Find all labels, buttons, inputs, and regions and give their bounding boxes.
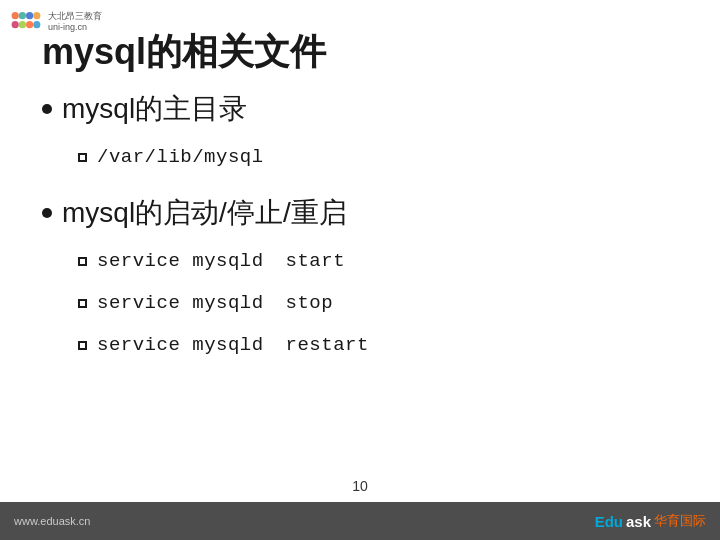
svg-point-6: [26, 21, 33, 28]
page-number: 10: [352, 478, 368, 494]
sub-bullet-stop: [78, 299, 87, 308]
section-main-dir: mysql的主目录 /var/lib/mysql: [42, 90, 678, 176]
sub-item-stop: service mysqld stop: [78, 284, 678, 322]
sub-item-start-text: service mysqld start: [97, 250, 346, 272]
sub-item-path: /var/lib/mysql: [78, 138, 678, 176]
footer-logo-ask: ask: [626, 513, 651, 530]
cmd-stop: stop: [286, 292, 346, 314]
bullet-main-1: mysql的主目录: [42, 90, 678, 128]
cmd-restart: restart: [286, 334, 369, 356]
svg-point-2: [26, 12, 33, 19]
sub-item-start: service mysqld start: [78, 242, 678, 280]
sub-bullet-1: [78, 153, 87, 162]
svg-point-1: [19, 12, 26, 19]
footer: www.eduask.cn Edu ask 华育国际: [0, 502, 720, 540]
cmd-service-3: service: [97, 334, 180, 356]
bullet-dot-2: [42, 208, 52, 218]
sub-bullet-restart: [78, 341, 87, 350]
section-2-heading: mysql的启动/停止/重启: [62, 194, 347, 232]
cmd-mysqld-2: mysqld: [192, 292, 263, 314]
section-1-heading: mysql的主目录: [62, 90, 247, 128]
footer-url: www.eduask.cn: [14, 515, 90, 527]
bullet-main-2: mysql的启动/停止/重启: [42, 194, 678, 232]
svg-point-5: [19, 21, 26, 28]
footer-logo: Edu ask 华育国际: [595, 512, 706, 530]
svg-point-7: [33, 21, 40, 28]
svg-point-3: [33, 12, 40, 19]
cmd-start: start: [286, 250, 346, 272]
cmd-mysqld-3: mysqld: [192, 334, 263, 356]
svg-point-0: [12, 12, 19, 19]
cmd-mysqld-1: mysqld: [192, 250, 263, 272]
cmd-service-1: service: [97, 250, 180, 272]
logo-icon: [8, 8, 44, 36]
sub-items-1: /var/lib/mysql: [78, 138, 678, 176]
sub-item-restart: service mysqld restart: [78, 326, 678, 364]
bullet-dot-1: [42, 104, 52, 114]
footer-logo-edu: Edu: [595, 513, 623, 530]
content-area: mysql的主目录 /var/lib/mysql mysql的启动/停止/重启: [42, 90, 678, 382]
slide: 大北昂三教育 uni-ing.cn mysql的相关文件 mysql的主目录 /…: [0, 0, 720, 540]
sub-item-stop-text: service mysqld stop: [97, 292, 346, 314]
sub-items-2: service mysqld start service mysqld stop: [78, 242, 678, 364]
sub-bullet-start: [78, 257, 87, 266]
svg-point-4: [12, 21, 19, 28]
section-start-stop: mysql的启动/停止/重启 service mysqld start: [42, 194, 678, 364]
cmd-service-2: service: [97, 292, 180, 314]
slide-title: mysql的相关文件: [42, 28, 326, 77]
sub-item-path-text: /var/lib/mysql: [97, 146, 264, 168]
sub-item-restart-text: service mysqld restart: [97, 334, 369, 356]
footer-logo-cn: 华育国际: [654, 512, 706, 530]
